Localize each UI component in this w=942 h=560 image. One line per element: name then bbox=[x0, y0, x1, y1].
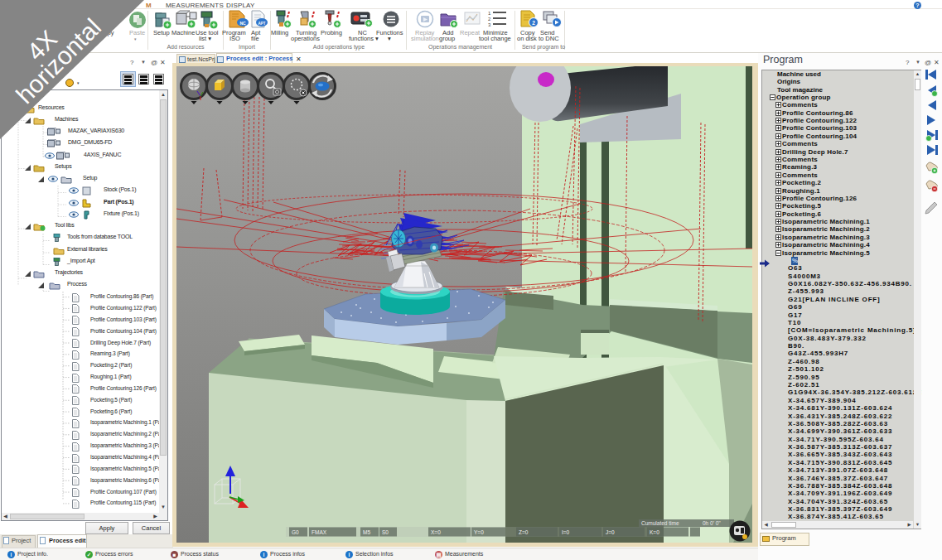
svg-text:K=0: K=0 bbox=[650, 529, 659, 535]
svg-text:FMAX: FMAX bbox=[312, 529, 327, 535]
svg-text:Cumulated time: Cumulated time bbox=[641, 520, 679, 526]
svg-text:Y=0: Y=0 bbox=[474, 529, 484, 535]
svg-text:S0: S0 bbox=[382, 529, 389, 535]
svg-text:NC: NC bbox=[239, 21, 246, 26]
svg-text:APT: APT bbox=[258, 22, 266, 26]
svg-text:0h 0' 0'': 0h 0' 0'' bbox=[703, 520, 721, 526]
svg-text:G0: G0 bbox=[292, 529, 299, 535]
svg-text:M5: M5 bbox=[363, 529, 370, 535]
svg-text:X=0: X=0 bbox=[431, 529, 441, 535]
svg-text:J=0: J=0 bbox=[606, 529, 615, 535]
svg-text:3: 3 bbox=[488, 22, 491, 27]
svg-text:2: 2 bbox=[488, 17, 491, 22]
svg-text:Z=0: Z=0 bbox=[519, 529, 529, 535]
svg-text:I=0: I=0 bbox=[562, 529, 570, 535]
svg-text:1: 1 bbox=[488, 11, 491, 16]
svg-text:2: 2 bbox=[532, 20, 535, 26]
